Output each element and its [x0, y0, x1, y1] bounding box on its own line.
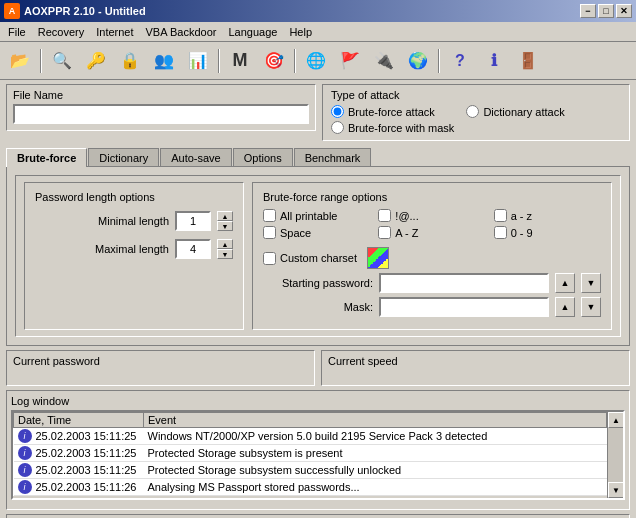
starting-browse-up[interactable]: ▲: [555, 273, 575, 293]
toolbar-separator-3: [294, 49, 296, 73]
log-row-2-icon: i 25.02.2003 15:11:25: [14, 462, 144, 479]
cb-i-at[interactable]: !@...: [378, 209, 485, 222]
title-bar-title: A AOXPPR 2.10 - Untitled: [4, 3, 146, 19]
radio-dictionary[interactable]: Dictionary attack: [466, 105, 564, 118]
cb-custom-charset[interactable]: Custom charset: [263, 252, 357, 265]
tab-benchmark[interactable]: Benchmark: [294, 148, 372, 167]
tool-globe1[interactable]: 🌐: [300, 46, 332, 76]
current-password-box: Current password: [6, 350, 315, 386]
maximal-label: Maximal length: [95, 243, 169, 255]
charset-color-icon[interactable]: [367, 247, 389, 269]
tab-brute-force[interactable]: Brute-force: [6, 148, 87, 167]
tool-search[interactable]: 🔍: [46, 46, 78, 76]
cb-0-9[interactable]: 0 - 9: [494, 226, 601, 239]
charset-checkboxes: All printable !@... a - z Space: [263, 209, 601, 239]
cb-A-Z[interactable]: A - Z: [378, 226, 485, 239]
cb-all-printable[interactable]: All printable: [263, 209, 370, 222]
bf-range-legend: Brute-force range options: [263, 191, 601, 203]
toolbar-separator-1: [40, 49, 42, 73]
log-legend: Log window: [11, 395, 625, 407]
log-icon-1: i: [18, 446, 32, 460]
maximal-length-input[interactable]: [175, 239, 211, 259]
log-row-2: i 25.02.2003 15:11:25 Protected Storage …: [14, 462, 607, 479]
minimal-spin-down[interactable]: ▼: [217, 221, 233, 231]
tool-users[interactable]: 👥: [148, 46, 180, 76]
minimal-spin-up[interactable]: ▲: [217, 211, 233, 221]
menu-file[interactable]: File: [2, 24, 32, 40]
tool-flag[interactable]: 🚩: [334, 46, 366, 76]
cb-a-z[interactable]: a - z: [494, 209, 601, 222]
mask-input[interactable]: [379, 297, 549, 317]
log-row-0: i 25.02.2003 15:11:25 Windows NT/2000/XP…: [14, 428, 607, 445]
minimize-button[interactable]: −: [580, 4, 596, 18]
tool-open[interactable]: 📂: [4, 46, 36, 76]
starting-password-input[interactable]: [379, 273, 549, 293]
maximal-length-spinner: ▲ ▼: [217, 239, 233, 259]
menu-bar: File Recovery Internet VBA Backdoor Lang…: [0, 22, 636, 42]
progress-row: Progress indicator 0%: [6, 514, 630, 518]
menu-help[interactable]: Help: [283, 24, 318, 40]
current-password-label: Current password: [13, 355, 100, 367]
file-name-label: File Name: [13, 89, 309, 101]
tab-auto-save[interactable]: Auto-save: [160, 148, 232, 167]
close-button[interactable]: ✕: [616, 4, 632, 18]
menu-recovery[interactable]: Recovery: [32, 24, 90, 40]
log-col-datetime: Date, Time: [14, 413, 144, 428]
toolbar-separator-4: [438, 49, 440, 73]
tool-exit[interactable]: 🚪: [512, 46, 544, 76]
menu-internet[interactable]: Internet: [90, 24, 139, 40]
cb-space[interactable]: Space: [263, 226, 370, 239]
log-row-0-event: Windows NT/2000/XP version 5.0 build 219…: [144, 428, 607, 445]
mask-row: Mask: ▲ ▼: [263, 297, 601, 317]
log-row-1: i 25.02.2003 15:11:25 Protected Storage …: [14, 445, 607, 462]
file-name-input[interactable]: [13, 104, 309, 124]
current-speed-label: Current speed: [328, 355, 398, 367]
log-scroll-up[interactable]: ▲: [608, 412, 624, 428]
tool-key[interactable]: 🔑: [80, 46, 112, 76]
log-row-3: i 25.02.2003 15:11:26 Analysing MS Passp…: [14, 479, 607, 496]
starting-password-row: Starting password: ▲ ▼: [263, 273, 601, 293]
tab-content: Password length options Minimal length ▲…: [6, 166, 630, 346]
tool-globe2[interactable]: 🌍: [402, 46, 434, 76]
log-section: Log window Date, Time Event i 25.02.2003…: [6, 390, 630, 510]
log-row-2-event: Protected Storage subsystem successfully…: [144, 462, 607, 479]
mask-browse-down[interactable]: ▼: [581, 297, 601, 317]
tool-m[interactable]: M: [224, 46, 256, 76]
app-icon: A: [4, 3, 20, 19]
log-row-3-icon: i 25.02.2003 15:11:26: [14, 479, 144, 496]
maximal-spin-down[interactable]: ▼: [217, 249, 233, 259]
tool-info[interactable]: ℹ: [478, 46, 510, 76]
log-icon-3: i: [18, 480, 32, 494]
top-row: File Name Type of attack Brute-force att…: [6, 84, 630, 141]
maximize-button[interactable]: □: [598, 4, 614, 18]
maximal-spin-up[interactable]: ▲: [217, 239, 233, 249]
minimal-length-input[interactable]: [175, 211, 211, 231]
log-row-1-icon: i 25.02.2003 15:11:25: [14, 445, 144, 462]
log-scroll-track[interactable]: [608, 428, 623, 482]
log-scrollbar[interactable]: ▲ ▼: [607, 412, 623, 498]
mask-label: Mask:: [263, 301, 373, 313]
tool-lock[interactable]: 🔒: [114, 46, 146, 76]
log-scroll-down[interactable]: ▼: [608, 482, 624, 498]
tool-target[interactable]: 🎯: [258, 46, 290, 76]
tab-options[interactable]: Options: [233, 148, 293, 167]
radio-brute-force[interactable]: Brute-force attack: [331, 105, 454, 118]
log-container[interactable]: Date, Time Event i 25.02.2003 15:11:25 W…: [11, 410, 625, 500]
log-icon-2: i: [18, 463, 32, 477]
starting-label: Starting password:: [263, 277, 373, 289]
minimal-length-spinner: ▲ ▼: [217, 211, 233, 231]
tool-plug[interactable]: 🔌: [368, 46, 400, 76]
radio-brute-force-mask[interactable]: Brute-force with mask: [331, 121, 454, 134]
mask-browse-up[interactable]: ▲: [555, 297, 575, 317]
tool-chart[interactable]: 📊: [182, 46, 214, 76]
tab-dictionary[interactable]: Dictionary: [88, 148, 159, 167]
brute-force-range-section: Brute-force range options All printable …: [252, 182, 612, 330]
app-title: AOXPPR 2.10 - Untitled: [24, 5, 146, 17]
log-col-event: Event: [144, 413, 607, 428]
menu-vba-backdoor[interactable]: VBA Backdoor: [140, 24, 223, 40]
main-content: File Name Type of attack Brute-force att…: [0, 80, 636, 518]
menu-language[interactable]: Language: [222, 24, 283, 40]
starting-browse-down[interactable]: ▼: [581, 273, 601, 293]
attack-type-section: Type of attack Brute-force attack Brute-…: [322, 84, 630, 141]
tool-help[interactable]: ?: [444, 46, 476, 76]
